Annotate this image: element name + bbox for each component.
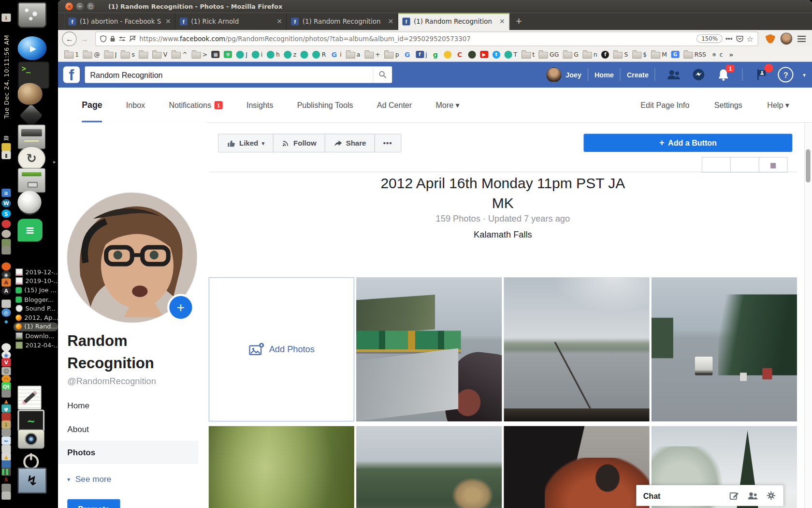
tab-close-icon[interactable]: ✕	[276, 17, 282, 25]
pages-flag-icon[interactable]	[754, 67, 769, 82]
home-link[interactable]: Home	[594, 71, 614, 78]
url-bar[interactable]: https://www.facebook.com/pg/RandomRecogn…	[95, 31, 758, 46]
bookmark-item[interactable]: t	[493, 50, 500, 58]
dock-app-icon[interactable]	[17, 386, 41, 409]
dock-mini-icon[interactable]: V	[1, 358, 11, 366]
share-button[interactable]: Share	[325, 134, 375, 152]
dock-mini-icon[interactable]: ≡	[1, 189, 11, 197]
bookmark-item[interactable]: J	[104, 50, 116, 58]
bookmark-item[interactable]: ≡	[224, 51, 232, 58]
url-text[interactable]: https://www.facebook.com/pg/RandomRecogn…	[139, 35, 694, 43]
bookmark-item[interactable]: t	[522, 50, 535, 58]
help-icon[interactable]: ?	[778, 67, 794, 82]
bookmark-item[interactable]: +	[364, 50, 380, 58]
dock-app-icon[interactable]	[17, 2, 46, 28]
dock-mini-icon[interactable]: ⇓	[1, 14, 11, 22]
add-profile-photo-button[interactable]: +	[167, 294, 194, 321]
messenger-icon[interactable]	[692, 67, 706, 82]
dock-mini-icon[interactable]: ▮	[1, 151, 11, 159]
bookmark-item[interactable]	[468, 50, 476, 58]
album-photo[interactable]	[356, 426, 502, 508]
browser-tab[interactable]: f (1) Rick Arnold ✕	[175, 13, 287, 30]
album-location[interactable]: Kalamath Falls	[209, 230, 797, 240]
window-list-item[interactable]: (1) Rand...	[14, 322, 58, 331]
bookmark-item[interactable]: M	[651, 50, 667, 58]
bookmark-item[interactable]: g	[431, 51, 439, 58]
bookmark-item[interactable]: G i	[330, 51, 342, 58]
bookmark-item[interactable]: C	[456, 51, 464, 58]
page-nav-tab[interactable]: Notifications 1	[169, 88, 222, 122]
window-titlebar[interactable]: ✕ − ▢ (1) Random Recognition - Photos - …	[58, 0, 812, 13]
chat-bar[interactable]: Chat	[636, 485, 784, 506]
bookmark-item[interactable]	[444, 50, 451, 58]
bookmark-item[interactable]: n	[582, 50, 597, 58]
add-a-button[interactable]: + Add a Button	[584, 134, 793, 152]
page-nav-link[interactable]: Help ▾	[767, 88, 789, 122]
dock-mini-icon[interactable]: ◉	[1, 270, 11, 279]
browser-tab[interactable]: f (1) Random Recognition ✕	[398, 13, 509, 30]
bookmark-item[interactable]: $	[632, 50, 647, 58]
bookmark-item[interactable]: G	[563, 50, 579, 58]
menu-icon[interactable]	[798, 35, 806, 36]
page-nav-tab[interactable]: Publishing Tools	[297, 88, 353, 122]
friend-requests-icon[interactable]	[667, 67, 681, 82]
chat-contacts-icon[interactable]	[746, 489, 759, 502]
tab-close-icon[interactable]: ✕	[388, 17, 394, 25]
dock-mini-icon[interactable]	[1, 299, 11, 308]
bookmark-item[interactable]: s	[121, 50, 135, 58]
dock-app-icon[interactable]	[17, 429, 44, 449]
page-nav-tab[interactable]: Ad Center	[377, 88, 412, 122]
compose-icon[interactable]	[727, 489, 740, 502]
bookmark-item[interactable]: ⊕ c	[710, 50, 723, 58]
bookmark-item[interactable]: @	[83, 50, 100, 58]
dock-app-icon[interactable]: ≡	[17, 219, 42, 241]
dock-mini-icon[interactable]	[1, 246, 11, 254]
bookmark-item[interactable]: ^	[172, 50, 188, 58]
sidebar-nav-item[interactable]: About	[58, 418, 198, 441]
see-more-link[interactable]: ▾ See more	[67, 475, 111, 484]
sidebar-nav-item[interactable]: Home	[58, 394, 198, 417]
search-input[interactable]	[85, 70, 373, 79]
bookmark-item[interactable]: G	[671, 51, 680, 58]
window-list-item[interactable]: Downlo...	[14, 331, 58, 341]
notifications-bell-icon[interactable]: 1	[716, 67, 731, 82]
bookmark-star-icon[interactable]: ☆	[747, 34, 754, 43]
bookmark-item[interactable]: >	[191, 50, 207, 58]
album-view-toggle-segment[interactable]: ▦	[759, 157, 788, 173]
bookmark-item[interactable]	[301, 50, 308, 58]
album-view-toggle-segment[interactable]	[702, 157, 731, 173]
user-menu[interactable]: Joey	[547, 67, 582, 82]
liked-button[interactable]: Liked ▾	[218, 134, 273, 152]
follow-button[interactable]: Follow	[273, 134, 325, 152]
more-actions-button[interactable]: •••	[374, 134, 401, 152]
bookmark-item[interactable]: h	[267, 50, 280, 58]
album-photo[interactable]	[356, 277, 502, 421]
dock-app-icon[interactable]	[17, 83, 42, 105]
dock-mini-icon[interactable]: )))	[1, 134, 11, 143]
metamask-icon[interactable]	[766, 34, 775, 43]
scrollbar-thumb[interactable]	[806, 149, 811, 183]
bookmark-item[interactable]: »	[727, 51, 735, 58]
dock-mini-icon[interactable]: A	[1, 287, 11, 295]
dock-mini-icon[interactable]: S	[1, 476, 11, 484]
dock-mini-icon[interactable]	[1, 484, 11, 492]
browser-tab[interactable]: f (1) Random Recognition ✕	[287, 13, 398, 30]
account-caret-icon[interactable]: ▾	[803, 71, 806, 78]
bookmark-item[interactable]: R	[312, 50, 326, 58]
dock-mini-icon[interactable]: ⇐	[1, 436, 11, 445]
dock-app-icon[interactable]: ▶	[17, 36, 46, 60]
bookmark-item[interactable]: f j	[416, 51, 427, 58]
page-nav-tab[interactable]: Page	[82, 88, 102, 122]
bookmark-item[interactable]: GG	[539, 50, 559, 58]
window-list-item[interactable]: 2019-12-...	[14, 268, 58, 277]
album-photo[interactable]	[504, 277, 650, 421]
scrollbar[interactable]	[804, 123, 812, 508]
dock-mini-icon[interactable]	[1, 230, 11, 238]
dock-mini-icon[interactable]	[1, 220, 11, 228]
page-nav-link[interactable]: Settings	[714, 88, 742, 122]
forward-button[interactable]: →	[78, 32, 91, 45]
bookmark-item[interactable]: S	[613, 50, 628, 58]
window-list-item[interactable]: Blogger...	[14, 295, 58, 304]
bookmark-item[interactable]: f	[601, 50, 609, 58]
blocked-content-icon[interactable]	[129, 35, 136, 42]
